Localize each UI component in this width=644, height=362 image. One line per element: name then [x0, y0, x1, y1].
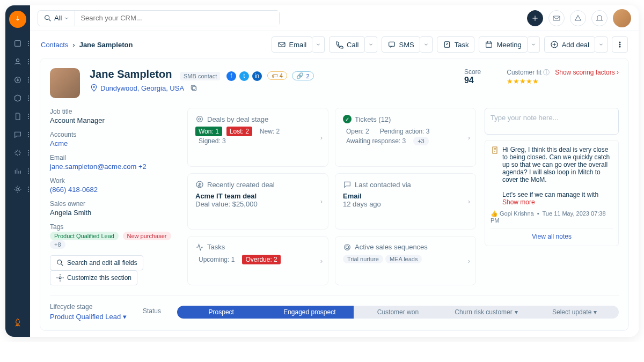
stage-won[interactable]: Customer won [354, 306, 442, 319]
stage-churn[interactable]: Churn risk customer▾ [442, 306, 531, 319]
nav-products[interactable] [10, 90, 26, 106]
tag-pill[interactable]: Product Qualified Lead [50, 232, 119, 240]
contact-location[interactable]: Dundywood, Georgia, USA [90, 84, 455, 92]
tag-more[interactable]: +8 [50, 240, 65, 249]
status-stages: Prospect Engaged prospect Customer won C… [177, 306, 619, 319]
nav-deals[interactable] [10, 72, 26, 88]
ticket-icon: ✓ [343, 115, 352, 123]
view-all-notes[interactable]: View all notes [491, 228, 613, 240]
svg-point-12 [619, 44, 620, 45]
action-more[interactable] [612, 36, 628, 53]
svg-point-19 [197, 116, 203, 122]
nav-rocket[interactable] [10, 314, 26, 330]
linkedin-icon[interactable]: in [252, 71, 262, 81]
search-fields-button[interactable]: Search and edit all fields [50, 255, 143, 270]
tickets-box[interactable]: ✓Tickets (12) Open: 2Pending action: 3Aw… [335, 108, 476, 167]
show-factors-link[interactable]: Show scoring factors › [555, 69, 619, 76]
contact-avatar[interactable] [50, 68, 80, 98]
email-more[interactable]: +2 [138, 162, 147, 171]
topbar-bell-button[interactable] [591, 10, 608, 26]
fit-stars: ★★★★★ [507, 77, 619, 85]
stage-prospect[interactable]: Prospect [177, 306, 266, 319]
account-link[interactable]: Acme [50, 139, 179, 147]
breadcrumb-current: Jane Sampleton [79, 41, 133, 49]
nav-docs[interactable] [10, 108, 26, 124]
search-input[interactable] [75, 11, 279, 26]
action-add-deal-dropdown[interactable] [595, 36, 608, 53]
svg-point-1 [16, 59, 19, 62]
twitter-icon[interactable]: t [239, 71, 249, 81]
app-logo[interactable] [9, 11, 26, 28]
tag-pill[interactable]: New purchaser [123, 232, 171, 240]
action-meeting-dropdown[interactable] [528, 36, 540, 53]
tasks-box[interactable]: Tasks Upcoming: 1Overdue: 2 › [187, 236, 328, 285]
stage-update[interactable]: Select update▾ [530, 306, 619, 319]
svg-point-11 [619, 42, 620, 43]
topbar: All [30, 5, 639, 31]
target-icon [195, 115, 204, 123]
last-contact-box[interactable]: Last contacted via Email12 days ago › [335, 173, 476, 229]
action-email-dropdown[interactable] [312, 36, 325, 53]
topbar-mail-button[interactable] [548, 10, 565, 26]
score-block: Score 94 [464, 68, 481, 98]
email-link[interactable]: jane.sampleton@acme.com [50, 162, 136, 171]
tag-count-chip[interactable]: 🏷 4 [267, 71, 287, 80]
svg-point-13 [619, 46, 620, 47]
location-icon [90, 84, 98, 92]
show-more-link[interactable]: Show more [502, 198, 535, 206]
link-count-chip[interactable]: 🔗 2 [292, 71, 313, 80]
field-list: Job titleAccount Manager AccountsAcme Em… [50, 108, 179, 285]
user-avatar[interactable] [613, 9, 631, 27]
action-email[interactable]: Email [272, 36, 313, 53]
breadcrumb-separator: › [72, 41, 75, 49]
search-scope-button[interactable]: All [38, 11, 75, 26]
svg-rect-0 [15, 41, 21, 47]
nav-contacts[interactable] [10, 54, 26, 70]
search-scope-label: All [54, 14, 62, 22]
chevron-down-icon [64, 16, 69, 21]
action-add-deal[interactable]: Add deal [544, 36, 595, 53]
svg-point-20 [199, 118, 201, 120]
note-input[interactable]: Type your note here... [485, 108, 619, 135]
customize-section-button[interactable]: Customize this section [50, 270, 137, 285]
svg-rect-5 [553, 16, 560, 20]
recent-deal-box[interactable]: Recently created deal Acme IT team dealD… [187, 173, 328, 229]
stage-engaged[interactable]: Engaged prospect [266, 306, 354, 319]
action-sms-dropdown[interactable] [420, 36, 433, 53]
action-task[interactable]: Task [437, 36, 475, 53]
nav-chat[interactable] [10, 127, 26, 143]
search-icon [43, 14, 52, 23]
quick-add-button[interactable] [527, 10, 543, 26]
profile-card: Jane Sampleton SMB contact f t in 🏷 4 🔗 … [40, 58, 629, 331]
contact-type-badge: SMB contact [180, 72, 220, 80]
action-sms[interactable]: SMS [382, 36, 420, 53]
nav-settings[interactable] [10, 181, 26, 197]
copy-icon[interactable] [189, 84, 198, 92]
chat-icon [343, 180, 352, 189]
nav-inbox[interactable] [10, 35, 26, 51]
action-meeting[interactable]: Meeting [479, 36, 527, 53]
note-icon [491, 146, 499, 154]
svg-rect-9 [486, 42, 492, 47]
nav-sparkle[interactable] [10, 145, 26, 161]
svg-point-14 [93, 86, 95, 88]
global-search: All [38, 10, 280, 26]
deals-stage-box[interactable]: Deals by deal stage Won: 1Lost: 2New: 2S… [187, 108, 328, 167]
svg-rect-6 [279, 42, 285, 47]
svg-point-18 [59, 277, 61, 279]
lifecycle-stage-select[interactable]: Product Qualified Lead ▾ [50, 313, 127, 321]
action-call[interactable]: Call [329, 36, 364, 53]
info-icon[interactable]: ⓘ [543, 69, 550, 76]
svg-point-4 [45, 15, 49, 19]
svg-point-3 [17, 188, 19, 190]
facebook-icon[interactable]: f [226, 71, 236, 81]
sequence-icon [343, 243, 352, 252]
nav-reports[interactable] [10, 163, 26, 179]
svg-point-22 [345, 244, 350, 250]
phone-link[interactable]: (866) 418-0682 [50, 186, 179, 194]
action-call-dropdown[interactable] [365, 36, 377, 53]
nav-rail [5, 5, 30, 337]
sequences-box[interactable]: Active sales sequences Trial nurtureMEA … [335, 236, 476, 285]
breadcrumb-parent[interactable]: Contacts [41, 41, 68, 49]
topbar-alert-button[interactable] [570, 10, 586, 26]
